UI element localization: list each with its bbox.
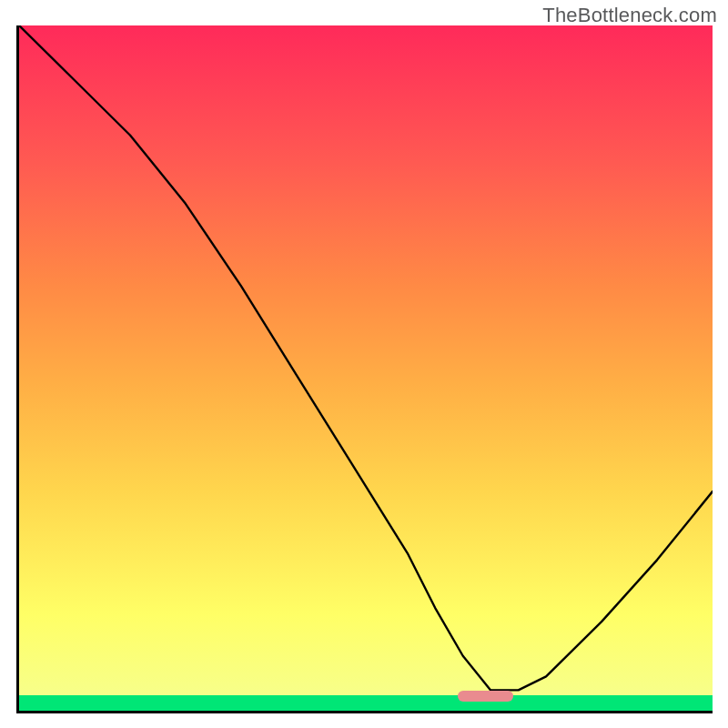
optimal-marker [458,691,513,702]
chart-container: TheBottleneck.com [0,0,728,728]
plot-frame [16,25,713,713]
bottleneck-curve [19,25,713,711]
watermark-text: TheBottleneck.com [542,4,717,27]
